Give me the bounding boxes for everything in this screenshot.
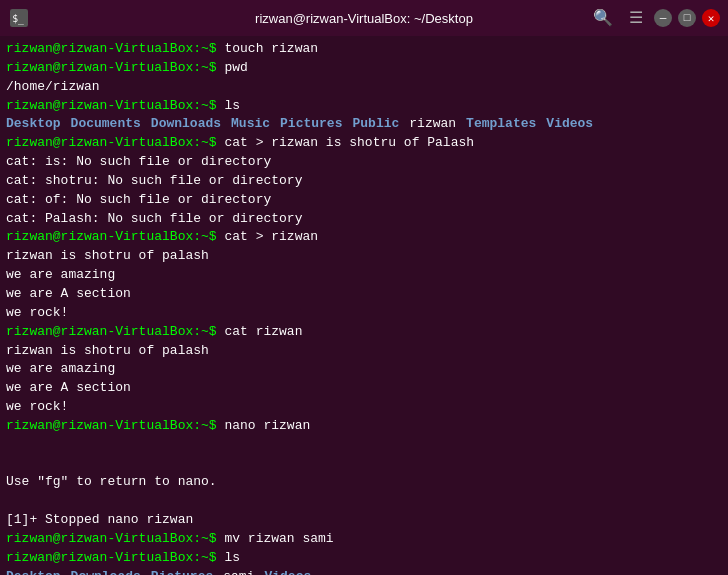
ls-item: rizwan xyxy=(409,115,456,134)
output-line: we are A section xyxy=(6,285,722,304)
terminal-line: rizwan@rizwan-VirtualBox:~$ ls xyxy=(6,97,722,116)
prompt-text: rizwan@rizwan-VirtualBox:~$ xyxy=(6,550,224,565)
command-text: cat > rizwan xyxy=(224,229,318,244)
output-line: cat: shotru: No such file or directory xyxy=(6,172,722,191)
ls-item: sami xyxy=(223,568,254,575)
prompt-text: rizwan@rizwan-VirtualBox:~$ xyxy=(6,135,224,150)
command-text: pwd xyxy=(224,60,247,75)
output-line: we rock! xyxy=(6,398,722,417)
ls-item: Videos xyxy=(264,568,311,575)
terminal-line: rizwan@rizwan-VirtualBox:~$ pwd xyxy=(6,59,722,78)
search-button[interactable]: 🔍 xyxy=(588,6,618,30)
output-line: rizwan is shotru of palash xyxy=(6,247,722,266)
command-text: ls xyxy=(224,98,240,113)
close-button[interactable]: ✕ xyxy=(702,9,720,27)
ls-output: DesktopDocumentsDownloadsMusicPicturesPu… xyxy=(6,115,722,134)
prompt-text: rizwan@rizwan-VirtualBox:~$ xyxy=(6,418,224,433)
output-line: rizwan is shotru of palash xyxy=(6,342,722,361)
terminal-line: rizwan@rizwan-VirtualBox:~$ cat > rizwan… xyxy=(6,134,722,153)
terminal-line: rizwan@rizwan-VirtualBox:~$ nano rizwan xyxy=(6,417,722,436)
minimize-button[interactable]: — xyxy=(654,9,672,27)
output-line: cat: Palash: No such file or directory xyxy=(6,210,722,229)
output-line: [1]+ Stopped nano rizwan xyxy=(6,511,722,530)
ls-item: Music xyxy=(231,115,270,134)
output-line: cat: is: No such file or directory xyxy=(6,153,722,172)
terminal-line: rizwan@rizwan-VirtualBox:~$ cat rizwan xyxy=(6,323,722,342)
ls-output: DesktopDownloadsPicturessamiVideos xyxy=(6,568,722,575)
ls-item: Documents xyxy=(71,115,141,134)
ls-item: Desktop xyxy=(6,115,61,134)
terminal-body[interactable]: rizwan@rizwan-VirtualBox:~$ touch rizwan… xyxy=(0,36,728,575)
ls-item: Downloads xyxy=(151,115,221,134)
output-line: we are amazing xyxy=(6,360,722,379)
title-bar-controls: 🔍 ☰ — □ ✕ xyxy=(588,6,720,30)
ls-item: Public xyxy=(352,115,399,134)
blank-line xyxy=(6,436,722,455)
prompt-text: rizwan@rizwan-VirtualBox:~$ xyxy=(6,98,224,113)
ls-item: Pictures xyxy=(280,115,342,134)
terminal-line: rizwan@rizwan-VirtualBox:~$ mv rizwan sa… xyxy=(6,530,722,549)
command-text: cat > rizwan is shotru of Palash xyxy=(224,135,474,150)
prompt-text: rizwan@rizwan-VirtualBox:~$ xyxy=(6,531,224,546)
terminal-line: rizwan@rizwan-VirtualBox:~$ touch rizwan xyxy=(6,40,722,59)
terminal-icon: $_ xyxy=(8,7,30,29)
ls-item: Templates xyxy=(466,115,536,134)
command-text: mv rizwan sami xyxy=(224,531,333,546)
command-text: nano rizwan xyxy=(224,418,310,433)
svg-text:$_: $_ xyxy=(12,13,24,25)
title-bar-left: $_ xyxy=(8,7,30,29)
window-title: rizwan@rizwan-VirtualBox: ~/Desktop xyxy=(255,11,473,26)
command-text: cat rizwan xyxy=(224,324,302,339)
blank-line xyxy=(6,492,722,511)
prompt-text: rizwan@rizwan-VirtualBox:~$ xyxy=(6,60,224,75)
command-text: ls xyxy=(224,550,240,565)
command-text: touch rizwan xyxy=(224,41,318,56)
menu-button[interactable]: ☰ xyxy=(624,6,648,30)
prompt-text: rizwan@rizwan-VirtualBox:~$ xyxy=(6,229,224,244)
output-line: Use "fg" to return to nano. xyxy=(6,473,722,492)
terminal-window: $_ rizwan@rizwan-VirtualBox: ~/Desktop 🔍… xyxy=(0,0,728,575)
output-line: /home/rizwan xyxy=(6,78,722,97)
prompt-text: rizwan@rizwan-VirtualBox:~$ xyxy=(6,41,224,56)
ls-item: Pictures xyxy=(151,568,213,575)
output-line: cat: of: No such file or directory xyxy=(6,191,722,210)
output-line: we are A section xyxy=(6,379,722,398)
ls-item: Downloads xyxy=(71,568,141,575)
ls-item: Videos xyxy=(546,115,593,134)
output-line: we rock! xyxy=(6,304,722,323)
prompt-text: rizwan@rizwan-VirtualBox:~$ xyxy=(6,324,224,339)
terminal-line: rizwan@rizwan-VirtualBox:~$ cat > rizwan xyxy=(6,228,722,247)
ls-item: Desktop xyxy=(6,568,61,575)
title-bar: $_ rizwan@rizwan-VirtualBox: ~/Desktop 🔍… xyxy=(0,0,728,36)
maximize-button[interactable]: □ xyxy=(678,9,696,27)
blank-line xyxy=(6,455,722,474)
output-line: we are amazing xyxy=(6,266,722,285)
terminal-line: rizwan@rizwan-VirtualBox:~$ ls xyxy=(6,549,722,568)
